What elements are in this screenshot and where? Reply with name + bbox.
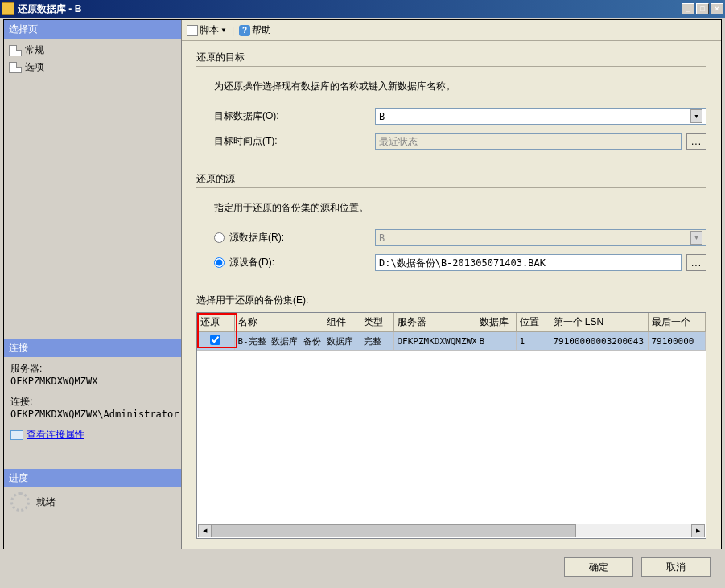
cell-name: B-完整 数据库 备份 [234, 332, 323, 351]
col-component[interactable]: 组件 [323, 313, 360, 332]
src-db-value: B [379, 232, 385, 244]
page-icon [9, 62, 22, 73]
col-server[interactable]: 服务器 [393, 313, 476, 332]
help-icon: ? [239, 25, 250, 36]
cell-last-lsn: 79100000 [648, 332, 706, 351]
dest-db-label: 目标数据库(O): [214, 109, 375, 123]
progress-spinner-icon [10, 492, 30, 512]
sidebar-progress-header: 进度 [4, 469, 181, 487]
properties-icon [10, 430, 23, 440]
dest-time-field: 最近状态 [375, 133, 682, 150]
close-button[interactable]: × [711, 3, 723, 14]
conn-label: 连接: [10, 395, 175, 409]
progress-status: 就绪 [36, 495, 56, 509]
src-device-field[interactable]: D:\数据备份\B-201305071403.BAK [375, 254, 682, 271]
help-button[interactable]: ? 帮助 [239, 23, 271, 37]
script-dropdown[interactable]: 脚本 ▼ [187, 23, 227, 37]
col-position[interactable]: 位置 [516, 313, 550, 332]
src-description: 指定用于还原的备份集的源和位置。 [214, 201, 706, 215]
window-title: 还原数据库 - B [18, 2, 682, 16]
src-group-title: 还原的源 [196, 172, 706, 188]
cell-component: 数据库 [323, 332, 360, 351]
sidebar-conn-header: 连接 [4, 339, 181, 357]
dest-group-title: 还原的目标 [196, 51, 706, 67]
help-label: 帮助 [252, 23, 271, 37]
cell-database: B [476, 332, 516, 351]
restore-checkbox[interactable] [210, 335, 220, 345]
src-db-label: 源数据库(R): [229, 231, 284, 245]
src-db-combo: B ▼ [375, 229, 706, 246]
col-restore[interactable]: 还原 [197, 313, 234, 332]
sidebar-page-general[interactable]: 常规 [6, 42, 179, 59]
cancel-button[interactable]: 取消 [641, 557, 711, 577]
scroll-track[interactable] [212, 524, 691, 537]
server-label: 服务器: [10, 362, 175, 376]
col-name[interactable]: 名称 [234, 313, 323, 332]
dest-db-value: B [379, 111, 385, 122]
cell-type: 完整 [360, 332, 393, 351]
sidebar: 选择页 常规 选项 连接 服务器: OFKPZMKDXWQMZWX 连接: OF… [4, 20, 181, 549]
cell-first-lsn: 79100000003200043 [550, 332, 648, 351]
dialog-button-bar: 确定 取消 [3, 549, 722, 585]
backup-sets-grid[interactable]: 还原 名称 组件 类型 服务器 数据库 位置 第一个 LSN 最后一个 B-完整… [196, 312, 706, 539]
horizontal-scrollbar[interactable]: ◀ ▶ [198, 524, 705, 537]
scroll-left-button[interactable]: ◀ [198, 524, 212, 537]
title-bar: 还原数据库 - B _ □ × [0, 0, 725, 18]
col-first-lsn[interactable]: 第一个 LSN [550, 313, 648, 332]
server-value: OFKPZMKDXWQMZWX [10, 376, 175, 387]
window-controls: _ □ × [682, 3, 723, 14]
src-db-radio[interactable] [214, 232, 225, 243]
script-label: 脚本 [200, 23, 219, 37]
maximize-button[interactable]: □ [696, 3, 709, 14]
conn-value: OFKPZMKDXWQMZWX\Administrator [10, 409, 175, 420]
scroll-right-button[interactable]: ▶ [691, 524, 705, 537]
sidebar-page-options[interactable]: 选项 [6, 59, 179, 76]
main-panel: 脚本 ▼ | ? 帮助 还原的目标 为还原操作选择现有数据库的名称或键入新数据库… [181, 20, 721, 549]
col-last-lsn[interactable]: 最后一个 [648, 313, 706, 332]
sidebar-page-label: 选项 [25, 60, 44, 74]
cell-server: OFKPZMKDXWQMZWX [393, 332, 476, 351]
ok-button[interactable]: 确定 [564, 557, 633, 577]
table-row[interactable]: B-完整 数据库 备份 数据库 完整 OFKPZMKDXWQMZWX B 1 7… [197, 332, 706, 351]
scroll-thumb[interactable] [212, 524, 576, 537]
app-icon [2, 2, 14, 15]
dest-time-label: 目标时间点(T): [214, 134, 375, 148]
dest-description: 为还原操作选择现有数据库的名称或键入新数据库名称。 [214, 80, 706, 93]
src-device-radio[interactable] [214, 257, 225, 268]
page-icon [9, 45, 22, 56]
col-database[interactable]: 数据库 [476, 313, 516, 332]
sidebar-pages-header: 选择页 [4, 20, 181, 39]
sidebar-page-label: 常规 [25, 43, 44, 57]
view-conn-props-text[interactable]: 查看连接属性 [27, 428, 84, 442]
view-conn-props-link[interactable]: 查看连接属性 [10, 428, 175, 442]
src-device-label: 源设备(D): [229, 256, 274, 269]
chevron-down-icon[interactable]: ▼ [690, 109, 702, 123]
script-icon [187, 25, 198, 36]
toolbar: 脚本 ▼ | ? 帮助 [182, 20, 721, 41]
src-device-browse-button[interactable]: ... [686, 254, 706, 271]
chevron-down-icon: ▼ [220, 27, 227, 34]
minimize-button[interactable]: _ [682, 3, 694, 14]
cell-position: 1 [516, 332, 550, 351]
dest-time-browse-button[interactable]: ... [686, 133, 706, 150]
backup-sets-label: 选择用于还原的备份集(E): [196, 294, 706, 307]
dest-db-combo[interactable]: B ▼ [375, 108, 706, 125]
chevron-down-icon: ▼ [690, 231, 702, 245]
col-type[interactable]: 类型 [360, 313, 393, 332]
